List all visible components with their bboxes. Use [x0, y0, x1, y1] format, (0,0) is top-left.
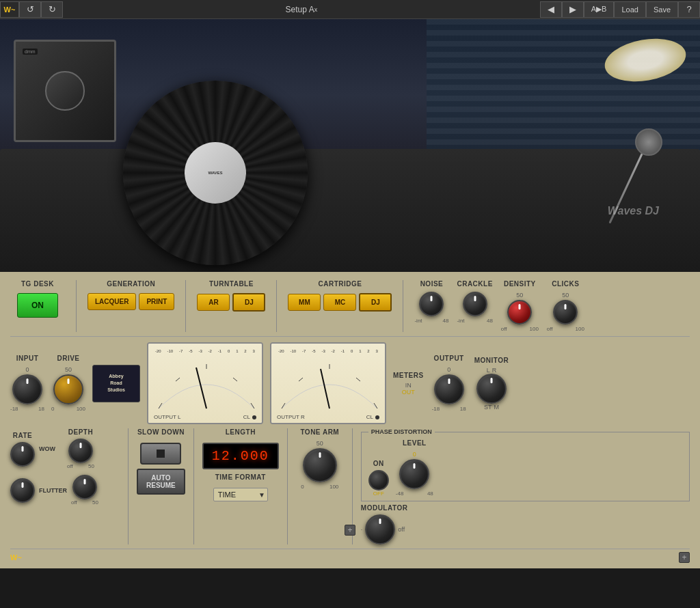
crackle-knob[interactable] [463, 292, 487, 316]
rate-flutter-knob[interactable] [10, 478, 35, 503]
prev-preset-button[interactable]: ◀ [540, 1, 562, 18]
auto-resume-button[interactable]: AUTO RESUME [137, 469, 185, 495]
time-format-select[interactable]: TIME [213, 488, 268, 501]
depth-flutter-knob[interactable] [72, 475, 97, 499]
svg-line-10 [356, 378, 360, 381]
lacquer-button[interactable]: LACQUER [88, 293, 136, 310]
drive-knob[interactable] [53, 374, 83, 404]
cartridge-mc-button[interactable]: MC [323, 294, 356, 311]
divider-2 [185, 280, 186, 332]
bottom-bar: W~ + [10, 549, 690, 563]
tg-desk-section: TG DESK ON [10, 280, 65, 318]
rate-wow-flutter-section: RATE WOW DEPTH off 50 [10, 428, 120, 506]
noise-min: -int [414, 318, 422, 324]
density-section: DENSITY 50 off 100 [501, 280, 539, 332]
depth-wow-label: DEPTH [68, 428, 93, 436]
drive-label: DRIVE [57, 355, 79, 362]
phase-level-min: -48 [396, 490, 404, 497]
divider-6 [193, 428, 194, 544]
noise-section: NOISE -int 48 [414, 280, 448, 324]
vu-arc-left [148, 354, 262, 409]
modulator-label: MODULATOR [361, 504, 408, 512]
density-label: DENSITY [504, 280, 536, 288]
cartridge-dj-button[interactable]: DJ [359, 293, 392, 312]
lathe-decoration: dmm [14, 40, 150, 176]
crackle-min: -int [457, 318, 464, 324]
meters-out: OUT [402, 389, 415, 396]
abbey-road-line3: Studios [107, 387, 125, 392]
crackle-label: CRACKLE [457, 280, 492, 288]
noise-knob[interactable] [419, 292, 444, 316]
depth-wow-knob[interactable] [68, 439, 93, 463]
vu-arc-right [271, 354, 385, 409]
slowdown-stop-button[interactable] [140, 443, 181, 465]
meters-output-section: METERS IN OUT OUTPUT 0 -18 18 [393, 355, 543, 412]
depth-wow-max: 50 [88, 463, 94, 469]
phase-on-label: ON [373, 460, 384, 467]
auto-resume-line2: RESUME [146, 482, 176, 489]
next-preset-button[interactable]: ▶ [562, 1, 584, 18]
turntable-ar-button[interactable]: AR [197, 294, 230, 311]
load-label: Load [621, 5, 638, 14]
length-section: LENGTH 12.000 TIME FORMAT TIME ▼ [202, 428, 279, 501]
vinyl-label: WAVES [185, 142, 246, 204]
ab-button[interactable]: A▶B [584, 1, 615, 18]
print-button[interactable]: PRINT [139, 293, 174, 310]
density-value: 50 [516, 292, 523, 299]
rate-label: RATE [13, 432, 32, 439]
vu-left-cl-dot [252, 415, 256, 419]
meters-in: IN [405, 382, 412, 389]
monitor-l: L [487, 367, 490, 374]
help-button[interactable]: ? [678, 1, 700, 18]
tone-arm-pivot [635, 128, 662, 156]
monitor-label: MONITOR [474, 357, 509, 364]
phase-distortion-legend: PHASE DISTORTION [368, 428, 435, 435]
clicks-min: off [547, 326, 553, 332]
load-button[interactable]: Load [614, 1, 645, 18]
add-top-button[interactable]: + [345, 525, 355, 536]
output-knob[interactable] [434, 374, 464, 404]
logo-text: W~ [4, 5, 16, 14]
generation-label: GENERATION [107, 280, 155, 288]
input-min: -18 [10, 406, 18, 412]
redo-icon: ↻ [49, 4, 56, 14]
stop-icon [157, 450, 165, 458]
prev-icon: ◀ [548, 4, 554, 14]
divider-3 [276, 280, 277, 332]
vinyl-record: WAVES [123, 81, 308, 265]
clicks-knob[interactable] [553, 300, 578, 324]
phase-level-knob[interactable] [399, 459, 429, 489]
help-icon: ? [686, 4, 691, 14]
turntable-dj-button[interactable]: DJ [232, 293, 265, 312]
meters-section: METERS IN OUT [393, 372, 424, 396]
preset-name: Setup A [286, 5, 314, 14]
cartridge-mm-button[interactable]: MM [288, 294, 321, 311]
on-button[interactable]: ON [17, 293, 58, 318]
rate-wow-knob[interactable] [10, 442, 35, 467]
waves-logo: W~ [0, 1, 19, 18]
density-knob[interactable] [507, 300, 532, 324]
toolbar: W~ ↺ ↻ Setup Ax ◀ ▶ A▶B Load Save ? [0, 0, 700, 19]
monitor-knob[interactable] [476, 374, 507, 404]
modulator-knob[interactable] [365, 514, 395, 544]
drive-max: 100 [77, 406, 85, 412]
flutter-label: FLUTTER [39, 487, 67, 494]
depth-flutter-section: off 50 [71, 475, 98, 506]
length-label: LENGTH [226, 428, 256, 436]
modulator-max: off [398, 526, 405, 533]
svg-line-2 [176, 378, 180, 381]
wow-label: WOW [39, 445, 63, 452]
ab-label: A▶B [591, 5, 607, 14]
divider-1 [76, 280, 77, 332]
add-icon-top[interactable]: + [345, 525, 355, 536]
phase-on-toggle[interactable] [368, 470, 389, 490]
input-knob[interactable] [12, 374, 42, 404]
cartridge-section: CARTRIDGE MM MC DJ [288, 280, 392, 312]
bottom-add-button[interactable]: + [679, 552, 690, 563]
abbey-road-line1: Abbey [109, 374, 123, 378]
undo-button[interactable]: ↺ [19, 1, 41, 18]
vu-left-cl: CL [243, 414, 250, 420]
redo-button[interactable]: ↻ [41, 1, 63, 18]
save-button[interactable]: Save [646, 1, 678, 18]
tone-arm-knob[interactable] [303, 448, 337, 482]
